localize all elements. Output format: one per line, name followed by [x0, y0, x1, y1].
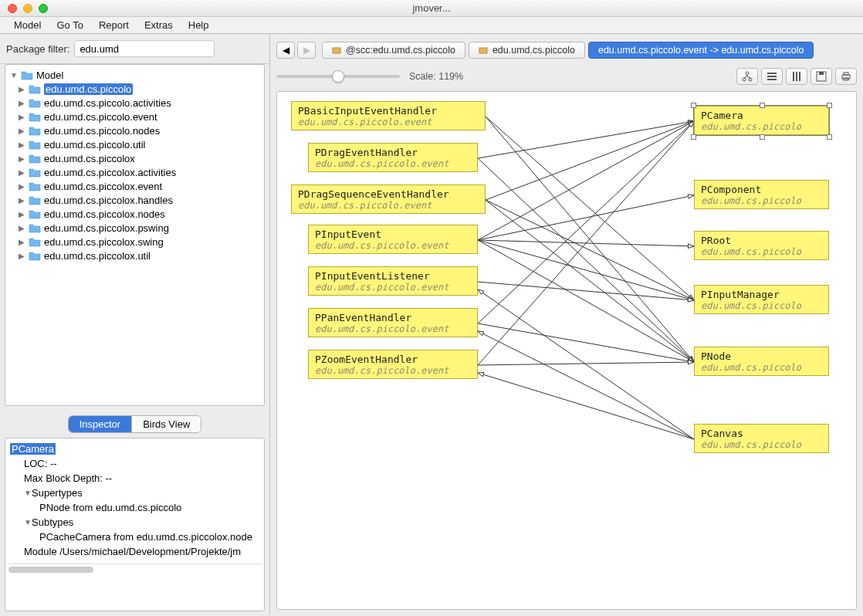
tree-item[interactable]: ▶edu.umd.cs.piccolox.pswing [7, 221, 262, 235]
tree-item[interactable]: ▶edu.umd.cs.piccolo.util [7, 137, 262, 151]
svg-line-42 [478, 121, 694, 323]
graph-node[interactable]: PInputEventListeneredu.umd.cs.piccolo.ev… [308, 266, 478, 296]
inspector-selected-class[interactable]: PCamera [7, 442, 262, 456]
folder-icon [29, 236, 41, 247]
dependency-graph-canvas[interactable]: PBasicInputEventHandleredu.umd.cs.piccol… [276, 91, 857, 610]
slider-knob[interactable] [332, 70, 344, 83]
svg-marker-33 [688, 195, 694, 198]
tree-item[interactable]: ▶edu.umd.cs.piccolox.activities [7, 165, 262, 179]
print-button[interactable] [835, 68, 857, 85]
svg-rect-9 [796, 72, 797, 81]
inspector-box[interactable]: PCamera LOC: -- Max Block Depth: -- ▼ Su… [5, 438, 265, 611]
inspector-tabs[interactable]: Inspector Birds View [68, 415, 202, 433]
graph-node[interactable]: PZoomEventHandleredu.umd.cs.piccolo.even… [308, 350, 478, 379]
folder-icon [29, 250, 41, 261]
layout-vertical-button[interactable] [786, 68, 807, 85]
titlebar: jmover... [0, 0, 863, 17]
svg-line-16 [486, 117, 694, 300]
folder-icon [29, 111, 41, 122]
svg-line-40 [478, 282, 694, 300]
inspector-supertypes[interactable]: ▼ Supertypes [7, 486, 262, 500]
svg-line-46 [478, 121, 694, 365]
menu-model[interactable]: Model [6, 18, 49, 32]
tree-item[interactable]: ▶edu.umd.cs.piccolo [7, 82, 262, 96]
selection-handle[interactable] [760, 103, 765, 108]
folder-icon [29, 125, 41, 136]
tree-item[interactable]: ▶edu.umd.cs.piccolo.event [7, 110, 262, 124]
svg-line-24 [486, 121, 694, 200]
layout-hierarchy-button[interactable] [736, 68, 758, 85]
folder-icon [29, 83, 41, 94]
graph-tab-2[interactable]: edu.umd.cs.piccolo [469, 42, 585, 59]
graph-node[interactable]: PDragEventHandleredu.umd.cs.piccolo.even… [308, 143, 478, 172]
svg-rect-12 [819, 72, 824, 75]
svg-rect-6 [767, 76, 777, 77]
svg-point-3 [743, 78, 746, 81]
folder-icon [29, 208, 41, 219]
graph-node[interactable]: PInputEventedu.umd.cs.piccolo.event [308, 225, 478, 254]
tree-item[interactable]: ▶edu.umd.cs.piccolo.nodes [7, 124, 262, 137]
graph-node[interactable]: PInputManageredu.umd.cs.piccolo [694, 285, 829, 314]
folder-icon [29, 222, 41, 233]
selection-handle[interactable] [827, 134, 832, 140]
folder-icon [29, 153, 41, 164]
svg-rect-14 [844, 73, 848, 75]
menu-extras[interactable]: Extras [137, 18, 181, 32]
package-filter-input[interactable] [74, 40, 215, 57]
svg-rect-7 [767, 79, 777, 80]
tree-item[interactable]: ▶edu.umd.cs.piccolox.nodes [7, 207, 262, 221]
inspector-subtypes[interactable]: ▼ Subtypes [7, 515, 262, 530]
svg-marker-29 [688, 357, 694, 362]
scale-label: Scale: 119% [409, 71, 463, 82]
graph-tab-3[interactable]: edu.umd.cs.piccolo.event -> edu.umd.cs.p… [588, 42, 814, 59]
selection-handle[interactable] [760, 134, 765, 140]
svg-line-18 [486, 117, 694, 362]
inspector-supertype-item[interactable]: PNode from edu.umd.cs.piccolo [7, 500, 262, 515]
inspector-scrollbar[interactable] [7, 564, 262, 574]
graph-node[interactable]: PComponentedu.umd.cs.piccolo [694, 180, 829, 209]
tab-birdsview[interactable]: Birds View [131, 416, 201, 432]
folder-icon [29, 97, 41, 108]
svg-line-26 [486, 200, 694, 300]
inspector-subtype-item[interactable]: PCacheCamera from edu.umd.cs.piccolox.no… [7, 530, 262, 544]
tree-item[interactable]: ▶edu.umd.cs.piccolox [7, 151, 262, 165]
svg-point-2 [746, 72, 749, 75]
package-icon [332, 46, 341, 55]
zoom-slider[interactable] [276, 75, 400, 78]
save-button[interactable] [811, 68, 832, 85]
graph-node[interactable]: PDragSequenceEventHandleredu.umd.cs.picc… [291, 184, 486, 214]
menu-report[interactable]: Report [91, 18, 137, 32]
tree-item[interactable]: ▶edu.umd.cs.piccolox.util [7, 249, 262, 262]
nav-back-button[interactable]: ◀ [276, 42, 295, 59]
svg-line-50 [478, 331, 694, 439]
graph-node[interactable]: PPanEventHandleredu.umd.cs.piccolo.event [308, 308, 478, 337]
tree-item[interactable]: ▶edu.umd.cs.piccolox.event [7, 179, 262, 193]
graph-node[interactable]: PBasicInputEventHandleredu.umd.cs.piccol… [291, 101, 486, 130]
svg-marker-45 [688, 359, 694, 363]
menubar: Model Go To Report Extras Help [0, 17, 863, 34]
graph-node[interactable]: PCanvasedu.umd.cs.piccolo [694, 424, 829, 453]
folder-icon [29, 195, 41, 205]
tree-item[interactable]: ▶edu.umd.cs.piccolo.activities [7, 96, 262, 110]
selection-handle[interactable] [691, 134, 696, 140]
tree-root-model[interactable]: ▼ Model [7, 68, 262, 82]
graph-node[interactable]: PCameraedu.umd.cs.piccolo [694, 106, 829, 135]
selection-handle[interactable] [827, 103, 832, 108]
svg-line-44 [478, 323, 694, 362]
package-icon [479, 46, 488, 55]
svg-marker-55 [478, 289, 484, 295]
menu-help[interactable]: Help [181, 18, 217, 32]
layout-horizontal-button[interactable] [761, 68, 783, 85]
menu-goto[interactable]: Go To [49, 18, 90, 32]
selection-handle[interactable] [691, 103, 696, 108]
graph-node[interactable]: PRootedu.umd.cs.piccolo [694, 231, 829, 260]
tab-inspector[interactable]: Inspector [69, 416, 131, 432]
graph-node[interactable]: PNodeedu.umd.cs.piccolo [694, 347, 829, 376]
svg-rect-1 [479, 48, 487, 53]
nav-forward-button[interactable]: ▶ [297, 42, 316, 59]
inspector-loc: LOC: -- [7, 456, 262, 471]
graph-tab-1[interactable]: @scc:edu.umd.cs.piccolo [322, 42, 465, 59]
tree-item[interactable]: ▶edu.umd.cs.piccolox.handles [7, 193, 262, 207]
package-tree[interactable]: ▼ Model ▶edu.umd.cs.piccolo▶edu.umd.cs.p… [5, 64, 265, 406]
tree-item[interactable]: ▶edu.umd.cs.piccolox.swing [7, 235, 262, 249]
